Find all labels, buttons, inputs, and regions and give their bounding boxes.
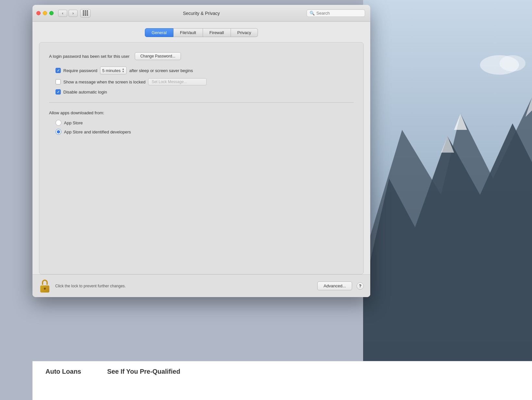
disable-auto-login-label: Disable automatic login [63,90,107,94]
show-message-row: Show a message when the screen is locked… [56,78,354,85]
lock-status-text: Click the lock to prevent further change… [55,284,313,288]
grid-icon [83,10,88,16]
desktop-background [363,0,532,400]
section-divider [49,102,354,103]
disable-auto-login-row: Disable automatic login [56,89,354,94]
tab-filevault[interactable]: FileVault [173,28,203,37]
forward-button[interactable]: › [69,10,78,17]
search-input[interactable] [316,11,362,16]
download-section: Allow apps downloaded from: App Store Ap… [49,110,354,135]
app-store-identified-radio[interactable] [56,129,61,135]
bottom-right-text: See If You Pre-Qualified [107,368,180,375]
bottom-left-text: Auto Loans [45,368,81,375]
login-password-row: A login password has been set for this u… [49,52,354,60]
lock-body [40,285,49,293]
radio-options: App Store App Store and identified devel… [56,120,354,135]
lock-message-placeholder: Set Lock Message... [152,80,187,84]
lock-keyhole [44,288,46,290]
options-section: Require password 5 minutes ▲ ▼ after sle… [56,67,354,94]
lock-icon[interactable] [39,280,51,293]
lock-shackle [42,280,48,285]
svg-point-7 [500,55,526,71]
minimize-button[interactable] [43,11,47,15]
advanced-button[interactable]: Advanced... [317,281,352,290]
app-store-identified-option: App Store and identified developers [56,129,354,135]
require-password-checkbox[interactable] [56,68,61,73]
help-button[interactable]: ? [357,282,364,290]
bottom-partial-content: Auto Loans See If You Pre-Qualified [32,361,532,400]
show-message-checkbox[interactable] [56,79,61,84]
bottom-bar: Click the lock to prevent further change… [32,274,370,297]
login-password-text: A login password has been set for this u… [49,54,130,59]
tab-general[interactable]: General [145,28,173,37]
system-preferences-window: ‹ › Security & Privacy 🔍 General FileVau… [32,5,370,297]
change-password-button[interactable]: Change Password... [135,52,181,60]
password-timeout-dropdown[interactable]: 5 minutes ▲ ▼ [100,67,127,74]
show-message-label: Show a message when the screen is locked [63,80,146,84]
dropdown-value: 5 minutes [102,68,120,73]
maximize-button[interactable] [49,11,54,15]
tab-privacy[interactable]: Privacy [231,28,258,37]
download-section-title: Allow apps downloaded from: [49,110,354,115]
grid-view-button[interactable] [80,9,91,18]
tab-bar: General FileVault Firewall Privacy [32,28,370,37]
traffic-lights [36,11,54,15]
require-password-suffix: after sleep or screen saver begins [129,68,193,73]
require-password-row: Require password 5 minutes ▲ ▼ after sle… [56,67,354,74]
search-bar[interactable]: 🔍 [307,9,365,17]
app-store-label: App Store [64,120,83,125]
title-bar: ‹ › Security & Privacy 🔍 [32,5,370,22]
dropdown-arrows-icon: ▲ ▼ [122,68,124,73]
back-button[interactable]: ‹ [58,10,67,17]
window-title: Security & Privacy [183,11,220,16]
close-button[interactable] [36,11,41,15]
settings-panel: A login password has been set for this u… [39,42,364,274]
disable-auto-login-checkbox[interactable] [56,89,61,94]
content-area: General FileVault Firewall Privacy A log… [32,22,370,297]
app-store-option: App Store [56,120,354,126]
app-store-radio[interactable] [56,120,61,126]
lock-message-input[interactable]: Set Lock Message... [148,78,207,85]
tab-firewall[interactable]: Firewall [203,28,231,37]
app-store-identified-label: App Store and identified developers [64,130,131,134]
search-icon: 🔍 [310,11,315,16]
nav-buttons: ‹ › [58,10,78,17]
require-password-prefix: Require password [63,68,97,73]
